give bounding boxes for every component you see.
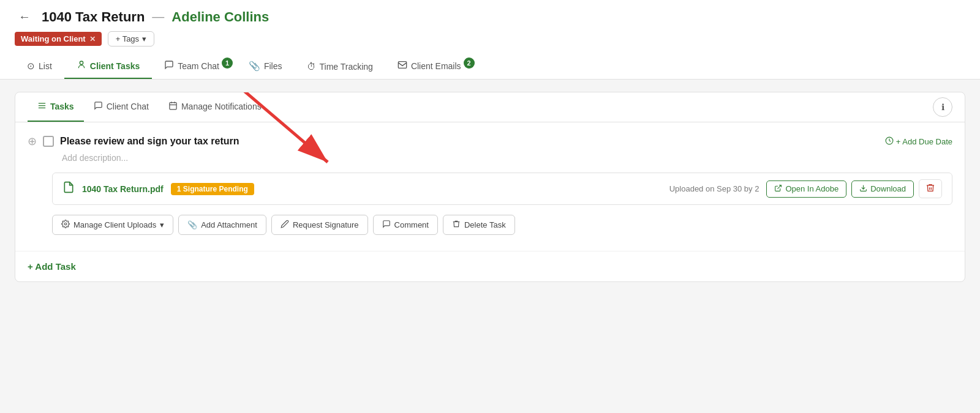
back-button[interactable]: ← bbox=[15, 9, 34, 25]
card-tab-tasks[interactable]: Tasks bbox=[28, 92, 84, 122]
status-badge-label: Waiting on Client bbox=[21, 34, 86, 43]
time-tracking-icon: ⏱ bbox=[307, 61, 316, 72]
manage-uploads-chevron-icon: ▾ bbox=[160, 220, 164, 229]
tab-client-tasks[interactable]: Client Tasks bbox=[64, 54, 152, 79]
svg-line-12 bbox=[778, 185, 782, 188]
file-icon bbox=[62, 181, 75, 196]
tasks-icon bbox=[37, 101, 47, 112]
manage-client-uploads-label: Manage Client Uploads bbox=[74, 220, 156, 229]
svg-rect-5 bbox=[170, 103, 176, 110]
comment-icon bbox=[382, 220, 391, 230]
file-row: 1040 Tax Return.pdf 1 Signature Pending … bbox=[52, 173, 952, 205]
svg-point-0 bbox=[80, 61, 83, 64]
file-meta: Uploaded on Sep 30 by 2 bbox=[669, 184, 760, 193]
add-attachment-label: Add Attachment bbox=[201, 220, 257, 229]
svg-point-14 bbox=[64, 223, 67, 225]
list-icon: ⊙ bbox=[27, 61, 35, 72]
delete-task-icon bbox=[452, 220, 461, 230]
tab-files-label: Files bbox=[264, 61, 282, 71]
comment-button[interactable]: Comment bbox=[373, 215, 438, 235]
download-button[interactable]: Download bbox=[851, 180, 914, 198]
delete-file-button[interactable] bbox=[919, 179, 942, 198]
manage-notifications-icon bbox=[168, 101, 178, 112]
manage-client-uploads-button[interactable]: Manage Client Uploads ▾ bbox=[52, 215, 173, 235]
tab-client-tasks-label: Client Tasks bbox=[90, 61, 140, 71]
request-signature-icon bbox=[281, 220, 289, 230]
card-tab-manage-notifications-label: Manage Notifications bbox=[181, 102, 262, 111]
manage-uploads-icon bbox=[61, 220, 70, 230]
tab-time-tracking-label: Time Tracking bbox=[320, 62, 373, 72]
card-tab-manage-notifications[interactable]: Manage Notifications bbox=[159, 92, 271, 122]
back-icon: ← bbox=[18, 10, 31, 23]
open-in-adobe-icon bbox=[774, 184, 782, 194]
add-task-button[interactable]: + Add Task bbox=[28, 261, 76, 272]
svg-rect-1 bbox=[398, 62, 406, 69]
open-in-adobe-button[interactable]: Open In Adobe bbox=[766, 180, 846, 198]
team-chat-icon bbox=[164, 60, 174, 72]
task-checkbox[interactable] bbox=[43, 136, 54, 147]
client-chat-icon bbox=[94, 101, 103, 112]
tab-client-emails-label: Client Emails bbox=[411, 61, 461, 71]
delete-task-button[interactable]: Delete Task bbox=[443, 215, 515, 235]
download-icon bbox=[859, 184, 867, 194]
tags-button[interactable]: + Tags ▾ bbox=[108, 31, 154, 47]
tab-time-tracking[interactable]: ⏱ Time Tracking bbox=[295, 55, 385, 79]
client-emails-icon bbox=[398, 60, 407, 72]
team-chat-badge: 1 bbox=[222, 58, 233, 69]
info-button[interactable]: ℹ bbox=[933, 97, 952, 117]
delete-task-label: Delete Task bbox=[464, 220, 506, 229]
request-signature-label: Request Signature bbox=[293, 220, 359, 229]
tab-list[interactable]: ⊙ List bbox=[15, 54, 64, 79]
client-emails-badge: 2 bbox=[464, 58, 475, 69]
add-due-date-button[interactable]: + Add Due Date bbox=[885, 136, 952, 147]
add-attachment-button[interactable]: 📎 Add Attachment bbox=[178, 215, 266, 235]
tags-label: + Tags bbox=[116, 34, 139, 43]
status-badge[interactable]: Waiting on Client ✕ bbox=[15, 32, 102, 46]
files-icon: 📎 bbox=[249, 61, 260, 72]
add-due-date-label: + Add Due Date bbox=[896, 137, 952, 146]
file-name[interactable]: 1040 Tax Return.pdf bbox=[82, 184, 164, 194]
drag-handle: ⊕ bbox=[28, 135, 37, 148]
download-label: Download bbox=[870, 184, 906, 193]
add-due-date-icon bbox=[885, 136, 894, 147]
task-description[interactable]: Add description... bbox=[62, 153, 952, 163]
delete-file-icon bbox=[925, 183, 935, 195]
page-title: 1040 Tax Return bbox=[42, 9, 145, 25]
client-tasks-icon bbox=[77, 60, 86, 72]
task-title: Please review and sign your tax return bbox=[60, 136, 239, 147]
tab-list-label: List bbox=[39, 61, 52, 71]
info-icon: ℹ bbox=[941, 102, 944, 112]
client-name: Adeline Collins bbox=[172, 9, 269, 25]
add-task-label: + Add Task bbox=[28, 261, 76, 272]
add-attachment-icon: 📎 bbox=[187, 220, 197, 229]
card-tab-tasks-label: Tasks bbox=[50, 102, 74, 111]
tags-chevron-icon: ▾ bbox=[142, 34, 146, 43]
status-badge-close[interactable]: ✕ bbox=[89, 35, 96, 43]
tab-files[interactable]: 📎 Files bbox=[236, 54, 295, 79]
signature-pending-badge: 1 Signature Pending bbox=[171, 183, 254, 195]
comment-label: Comment bbox=[394, 220, 429, 229]
card-tab-client-chat-label: Client Chat bbox=[107, 102, 149, 111]
open-in-adobe-label: Open In Adobe bbox=[785, 184, 839, 193]
title-separator: — bbox=[152, 10, 164, 24]
tab-team-chat[interactable]: Team Chat 1 bbox=[152, 54, 236, 79]
request-signature-button[interactable]: Request Signature bbox=[271, 215, 368, 235]
tab-team-chat-label: Team Chat bbox=[178, 61, 219, 71]
card-tab-client-chat[interactable]: Client Chat bbox=[84, 92, 159, 122]
tab-client-emails[interactable]: Client Emails 2 bbox=[385, 54, 478, 79]
